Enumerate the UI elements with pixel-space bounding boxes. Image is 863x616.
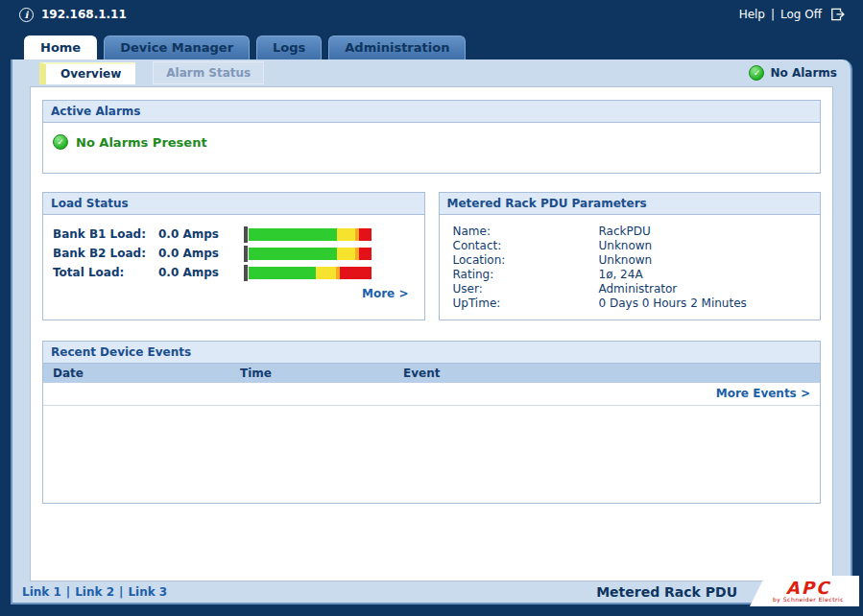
load-bar-segment xyxy=(249,267,316,279)
more-events-link[interactable]: More Events > xyxy=(716,387,810,400)
param-value: Unknown xyxy=(599,253,653,267)
param-row-rating: Rating: 1ø, 24A xyxy=(453,267,807,281)
load-status-panel: Load Status Bank B1 Load: 0.0 Amps Bank … xyxy=(42,192,425,320)
alarm-status-indicator: ✓ No Alarms xyxy=(749,65,837,81)
load-status-title: Load Status xyxy=(43,193,424,215)
parameters-body: Name: RackPDU Contact: Unknown Location:… xyxy=(440,215,821,320)
load-bar xyxy=(249,228,372,241)
load-bar-segment xyxy=(359,228,372,241)
param-label: Contact: xyxy=(453,239,599,252)
load-bar xyxy=(249,248,372,260)
param-label: Rating: xyxy=(453,268,599,281)
load-bar-segment xyxy=(340,267,372,279)
main-panel: Active Alarms ✓ No Alarms Present Load S… xyxy=(30,86,833,581)
load-value: 0.0 Amps xyxy=(158,247,243,260)
sub-tab-bar: Overview Alarm Status ✓ No Alarms xyxy=(12,59,851,86)
load-row-bank-b1: Bank B1 Load: 0.0 Amps xyxy=(53,225,415,244)
active-alarms-title: Active Alarms xyxy=(43,101,820,123)
footer-separator: | xyxy=(66,585,70,599)
param-row-name: Name: RackPDU xyxy=(453,224,807,238)
column-header-event: Event xyxy=(403,367,820,380)
param-value: 1ø, 24A xyxy=(599,268,643,281)
recent-events-title: Recent Device Events xyxy=(43,342,820,364)
alarm-status-label: No Alarms xyxy=(770,66,837,80)
session-links: Help | Log Off xyxy=(739,8,846,21)
device-ip: i 192.168.1.11 xyxy=(19,8,127,22)
load-row-total: Total Load: 0.0 Amps xyxy=(53,263,415,282)
param-row-uptime: UpTime: 0 Days 0 Hours 2 Minutes xyxy=(453,296,807,310)
help-link[interactable]: Help xyxy=(739,8,765,21)
param-label: Name: xyxy=(453,225,599,238)
parameters-panel: Metered Rack PDU Parameters Name: RackPD… xyxy=(439,192,822,320)
load-label: Bank B1 Load: xyxy=(53,227,158,241)
load-marker xyxy=(244,226,248,243)
tab-logs[interactable]: Logs xyxy=(256,36,322,59)
load-value: 0.0 Amps xyxy=(158,227,243,241)
load-row-bank-b2: Bank B2 Load: 0.0 Amps xyxy=(53,244,415,263)
apc-wordmark: APC xyxy=(786,580,830,596)
recent-events-panel: Recent Device Events Date Time Event Mor… xyxy=(42,341,821,504)
subtab-overview[interactable]: Overview xyxy=(39,62,135,84)
load-bar-segment xyxy=(337,228,355,241)
load-bar-segment xyxy=(337,248,355,260)
top-links-separator: | xyxy=(771,8,775,21)
param-value: Unknown xyxy=(599,239,653,252)
load-bar-segment xyxy=(359,248,372,260)
footer-bar: Link 1 | Link 2 | Link 3 Metered Rack PD… xyxy=(12,581,851,603)
footer-link-3[interactable]: Link 3 xyxy=(128,585,167,599)
column-header-time: Time xyxy=(240,367,403,380)
param-value: 0 Days 0 Hours 2 Minutes xyxy=(599,296,747,310)
load-value: 0.0 Amps xyxy=(158,266,243,279)
subtab-alarm-status[interactable]: Alarm Status xyxy=(153,61,264,84)
main-tab-bar: Home Device Manager Logs Administration xyxy=(0,29,863,59)
param-row-user: User: Administrator xyxy=(453,281,807,296)
footer-links: Link 1 | Link 2 | Link 3 xyxy=(22,585,167,599)
active-alarms-panel: Active Alarms ✓ No Alarms Present xyxy=(42,100,821,174)
footer-link-1[interactable]: Link 1 xyxy=(22,585,61,599)
footer-link-2[interactable]: Link 2 xyxy=(75,585,114,599)
active-alarms-body: ✓ No Alarms Present xyxy=(43,123,820,173)
load-marker xyxy=(244,246,248,262)
content-area: Overview Alarm Status ✓ No Alarms Active… xyxy=(11,59,852,604)
column-header-date: Date xyxy=(43,367,240,380)
device-model-label: Metered Rack PDU xyxy=(596,584,737,600)
logoff-icon[interactable] xyxy=(830,8,846,21)
no-alarms-message: No Alarms Present xyxy=(76,135,207,150)
info-icon: i xyxy=(19,8,34,22)
check-icon: ✓ xyxy=(53,134,68,150)
param-label: User: xyxy=(453,282,599,296)
tab-device-manager[interactable]: Device Manager xyxy=(104,36,250,59)
load-bar xyxy=(249,267,372,279)
apc-logo: APC by Schneider Electric xyxy=(750,576,859,606)
events-empty-area xyxy=(43,406,820,503)
events-table-header: Date Time Event xyxy=(43,364,820,383)
top-bar: i 192.168.1.11 Help | Log Off xyxy=(0,0,863,29)
load-bar-segment xyxy=(316,267,335,279)
param-value: RackPDU xyxy=(599,225,651,238)
logoff-link[interactable]: Log Off xyxy=(780,8,822,21)
footer-separator: | xyxy=(119,585,123,599)
load-bar-segment xyxy=(249,248,337,260)
param-label: UpTime: xyxy=(453,296,599,310)
load-label: Bank B2 Load: xyxy=(53,247,158,260)
load-label: Total Load: xyxy=(53,266,158,279)
check-icon: ✓ xyxy=(749,65,764,81)
param-row-location: Location: Unknown xyxy=(453,252,807,267)
parameters-title: Metered Rack PDU Parameters xyxy=(440,193,821,215)
load-marker xyxy=(244,265,248,281)
load-bar-segment xyxy=(249,228,337,241)
apc-tagline: by Schneider Electric xyxy=(773,596,844,603)
param-row-contact: Contact: Unknown xyxy=(453,238,807,252)
tab-administration[interactable]: Administration xyxy=(328,36,466,59)
param-value: Administrator xyxy=(599,282,678,296)
pdu-web-ui: { "topbar": { "ip": "192.168.1.11", "hel… xyxy=(0,0,863,616)
load-status-more-link[interactable]: More > xyxy=(362,287,408,300)
tab-home[interactable]: Home xyxy=(24,36,97,59)
param-label: Location: xyxy=(453,253,599,267)
load-status-body: Bank B1 Load: 0.0 Amps Bank B2 Load: 0.0… xyxy=(43,215,424,310)
ip-address: 192.168.1.11 xyxy=(41,8,127,21)
